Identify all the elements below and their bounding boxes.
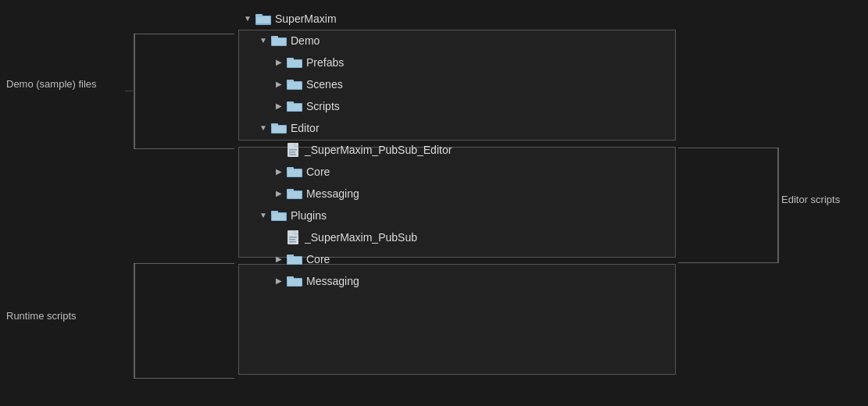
folder-icon-plugins [271, 209, 287, 222]
arrow-messaging-plugins [273, 276, 284, 287]
arrow-pubsub-editor [273, 144, 284, 155]
label-editor: Editor [291, 122, 320, 134]
tree-row-editor[interactable]: Editor [227, 117, 688, 139]
svg-rect-21 [289, 151, 295, 153]
svg-rect-38 [288, 257, 302, 264]
svg-rect-33 [289, 237, 297, 238]
folder-icon-core-plugins [287, 253, 302, 265]
tree-row-supermaxim[interactable]: SuperMaxim [227, 8, 688, 30]
folder-icon-scenes [287, 78, 302, 91]
tree-row-plugins[interactable]: Plugins [227, 205, 688, 226]
label-pubsub-plugins: _SuperMaxim_PubSub [305, 231, 417, 244]
svg-rect-3 [256, 16, 270, 23]
arrow-scenes [273, 79, 284, 90]
label-scenes: Scenes [306, 78, 343, 91]
folder-icon-core-editor [287, 166, 302, 178]
svg-rect-18 [272, 126, 286, 133]
arrow-pubsub-plugins [273, 232, 284, 243]
folder-icon-prefabs [287, 56, 302, 69]
svg-rect-22 [289, 154, 296, 155]
folder-icon-demo [271, 34, 287, 47]
arrow-plugins [258, 210, 269, 221]
folder-icon-scripts-demo [287, 100, 302, 112]
arrow-messaging-editor [273, 188, 284, 199]
label-core-editor: Core [306, 166, 330, 178]
label-scripts-demo: Scripts [306, 100, 340, 112]
arrow-prefabs [273, 57, 284, 68]
annotation-runtime-label: Runtime scripts [6, 310, 77, 322]
folder-icon-editor [271, 122, 287, 134]
svg-rect-34 [289, 239, 295, 240]
folder-icon-messaging-plugins [287, 275, 302, 287]
tree-row-pubsub-editor[interactable]: _SuperMaxim_PubSub_Editor [227, 139, 688, 161]
svg-rect-9 [288, 60, 302, 67]
file-tree: SuperMaxim Demo P [227, 8, 688, 292]
folder-icon-supermaxim [255, 12, 271, 25]
label-demo: Demo [291, 34, 320, 47]
label-prefabs: Prefabs [306, 56, 344, 69]
tree-row-demo[interactable]: Demo [227, 30, 688, 52]
label-messaging-editor: Messaging [306, 187, 359, 200]
svg-rect-41 [288, 279, 302, 286]
svg-rect-20 [289, 149, 297, 151]
svg-rect-15 [288, 104, 302, 111]
label-pubsub-editor: _SuperMaxim_PubSub_Editor [305, 144, 452, 156]
label-plugins: Plugins [291, 209, 327, 222]
demo-bracket [127, 34, 236, 149]
file-icon-pubsub-editor [287, 142, 301, 158]
label-supermaxim: SuperMaxim [275, 12, 337, 25]
folder-icon-messaging-editor [287, 187, 302, 200]
label-messaging-plugins: Messaging [306, 275, 359, 287]
tree-row-prefabs[interactable]: Prefabs [227, 52, 688, 73]
tree-row-messaging-editor[interactable]: Messaging [227, 183, 688, 205]
arrow-scripts-demo [273, 101, 284, 112]
label-core-plugins: Core [306, 253, 330, 265]
tree-row-core-plugins[interactable]: Core [227, 248, 688, 270]
annotation-demo-label: Demo (sample) files [6, 78, 97, 90]
tree-row-scenes[interactable]: Scenes [227, 73, 688, 95]
svg-rect-25 [288, 169, 302, 176]
main-container: SuperMaxim Demo P [0, 0, 868, 406]
svg-rect-12 [288, 82, 302, 89]
arrow-editor [258, 123, 269, 134]
editor-bracket [677, 148, 786, 263]
arrow-core-editor [273, 166, 284, 177]
svg-rect-28 [288, 191, 302, 198]
tree-row-pubsub-plugins[interactable]: _SuperMaxim_PubSub [227, 226, 688, 248]
demo-connector [125, 91, 133, 91]
tree-row-messaging-plugins[interactable]: Messaging [227, 270, 688, 292]
svg-rect-31 [272, 213, 286, 220]
arrow-supermaxim [242, 13, 253, 24]
tree-row-scripts-demo[interactable]: Scripts [227, 95, 688, 117]
arrow-demo [258, 35, 269, 46]
arrow-core-plugins [273, 254, 284, 265]
svg-rect-6 [272, 38, 286, 45]
tree-row-core-editor[interactable]: Core [227, 161, 688, 183]
annotation-editor-label: Editor scripts [781, 194, 840, 205]
svg-rect-35 [289, 241, 296, 243]
runtime-bracket [127, 263, 236, 379]
file-icon-pubsub-plugins [287, 230, 301, 245]
